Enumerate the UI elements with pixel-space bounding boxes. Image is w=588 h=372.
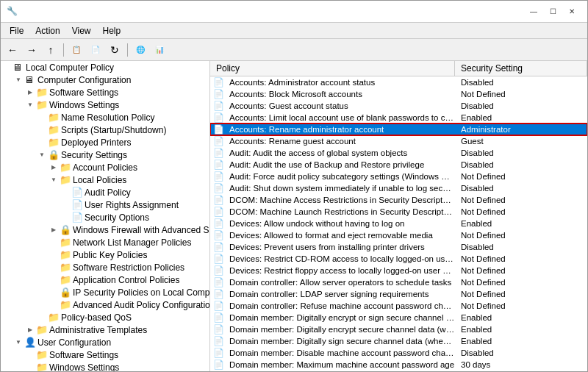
- list-row[interactable]: 📄Domain controller: Allow server operato…: [210, 276, 587, 288]
- tree-item-software-restriction[interactable]: 📁Software Restriction Policies: [1, 261, 209, 273]
- tree-item-local-policies[interactable]: ▼📁Local Policies: [1, 174, 209, 186]
- tree-expander[interactable]: ▶: [24, 89, 36, 96]
- list-row[interactable]: 📄Domain controller: Refuse machine accou…: [210, 300, 587, 312]
- tree-item-computer-configuration[interactable]: ▼🖥Computer Configuration: [1, 74, 209, 86]
- tree-item-advanced-audit[interactable]: 📁Advanced Audit Policy Configuration: [1, 298, 209, 311]
- menu-file[interactable]: File: [4, 24, 29, 37]
- title-bar: 🔧 — ☐ ✕: [1, 1, 587, 23]
- list-row[interactable]: 📄Audit: Audit the use of Backup and Rest…: [210, 159, 587, 171]
- list-row[interactable]: 📄Domain member: Digitally encrypt or sig…: [210, 312, 587, 323]
- row-policy-icon: 📄: [210, 77, 226, 87]
- list-row[interactable]: 📄Accounts: Block Microsoft accountsNot D…: [210, 88, 587, 100]
- list-row[interactable]: 📄Devices: Allowed to format and eject re…: [210, 229, 587, 241]
- tree-expander[interactable]: ▼: [12, 76, 24, 83]
- tree-expander[interactable]: ▶: [48, 164, 60, 171]
- tree-item-user-configuration[interactable]: ▼👤User Configuration: [1, 336, 209, 348]
- list-row[interactable]: 📄DCOM: Machine Access Restrictions in Se…: [210, 194, 587, 206]
- tree-item-account-policies[interactable]: ▶📁Account Policies: [1, 161, 209, 174]
- list-row[interactable]: 📄DCOM: Machine Launch Restrictions in Se…: [210, 206, 587, 218]
- tree-item-icon: 👤: [24, 337, 36, 348]
- row-setting-cell: Disabled: [458, 148, 587, 158]
- show-hide-button[interactable]: 📋: [68, 41, 85, 59]
- tree-item-policy-based-qos[interactable]: 📁Policy-based QoS: [1, 311, 209, 323]
- list-row[interactable]: 📄Domain member: Maximum machine account …: [210, 359, 587, 371]
- row-policy-icon: 📄: [210, 218, 226, 229]
- tree-item-security-options[interactable]: 📄Security Options: [1, 211, 209, 223]
- collapse-button[interactable]: 📊: [151, 41, 168, 59]
- row-policy-icon: 📄: [210, 171, 226, 182]
- tree-item-software-settings-comp[interactable]: ▶📁Software Settings: [1, 86, 209, 99]
- list-row[interactable]: 📄Accounts: Limit local account use of bl…: [210, 112, 587, 124]
- list-row[interactable]: 📄Accounts: Rename administrator accountA…: [210, 124, 587, 135]
- row-policy-cell: DCOM: Machine Access Restrictions in Sec…: [226, 195, 458, 205]
- row-policy-cell: Audit: Audit the access of global system…: [226, 148, 458, 158]
- list-row[interactable]: 📄Accounts: Guest account statusDisabled: [210, 100, 587, 112]
- tree-item-icon: 🔒: [60, 224, 71, 235]
- list-row[interactable]: 📄Accounts: Administrator account statusD…: [210, 76, 587, 88]
- up-button[interactable]: ↑: [42, 41, 60, 59]
- list-row[interactable]: 📄Audit: Force audit policy subcategory s…: [210, 171, 587, 182]
- menu-action[interactable]: Action: [29, 24, 65, 37]
- row-policy-icon: 📄: [210, 148, 226, 158]
- tree-item-icon: 📄: [71, 187, 83, 198]
- tree-item-scripts[interactable]: 📁Scripts (Startup/Shutdown): [1, 124, 209, 136]
- list-row[interactable]: 📄Domain member: Digitally encrypt secure…: [210, 323, 587, 335]
- tree-item-label: Software Restriction Policies: [73, 262, 184, 273]
- row-policy-icon: 📄: [210, 301, 226, 311]
- list-row[interactable]: 📄Accounts: Rename guest accountGuest: [210, 135, 587, 147]
- list-row[interactable]: 📄Devices: Prevent users from installing …: [210, 241, 587, 253]
- list-row[interactable]: 📄Domain member: Digitally sign secure ch…: [210, 335, 587, 347]
- tree-item-admin-templates-comp[interactable]: ▶📁Administrative Templates: [1, 323, 209, 336]
- tree-expander[interactable]: ▼: [12, 339, 24, 346]
- menu-help[interactable]: Help: [97, 24, 127, 37]
- tree-item-audit-policy[interactable]: 📄Audit Policy: [1, 186, 209, 198]
- row-policy-icon: 📄: [210, 360, 226, 370]
- tree-item-local-computer-policy[interactable]: 🖥Local Computer Policy: [1, 61, 209, 74]
- tree-item-windows-firewall[interactable]: ▶🔒Windows Firewall with Advanced Securit…: [1, 223, 209, 236]
- tree-item-public-key[interactable]: 📁Public Key Policies: [1, 248, 209, 261]
- row-policy-icon: 📄: [210, 136, 226, 146]
- tree-item-security-settings[interactable]: ▼🔒Security Settings: [1, 149, 209, 161]
- tree-item-label: Local Computer Policy: [26, 62, 114, 73]
- row-policy-icon: 📄: [210, 195, 226, 205]
- close-button[interactable]: ✕: [562, 4, 581, 19]
- tree-item-name-resolution[interactable]: 📁Name Resolution Policy: [1, 111, 209, 124]
- list-row[interactable]: 📄Audit: Audit the access of global syste…: [210, 147, 587, 159]
- expand-button[interactable]: 🌐: [132, 41, 149, 59]
- back-button[interactable]: ←: [4, 41, 21, 59]
- list-row[interactable]: 📄Audit: Shut down system immediately if …: [210, 182, 587, 194]
- tree-expander[interactable]: ▶: [24, 326, 36, 333]
- toolbar-separator-1: [63, 43, 64, 57]
- tree-item-network-list[interactable]: 📁Network List Manager Policies: [1, 236, 209, 248]
- tree-item-label: IP Security Policies on Local Computer: [73, 287, 210, 298]
- list-row[interactable]: 📄Devices: Restrict floppy access to loca…: [210, 265, 587, 276]
- maximize-button[interactable]: ☐: [543, 4, 562, 19]
- tree-expander[interactable]: ▼: [24, 101, 36, 108]
- tree-item-app-control[interactable]: 📁Application Control Policies: [1, 273, 209, 286]
- properties-button[interactable]: 📄: [87, 41, 104, 59]
- setting-column-header[interactable]: Security Setting: [455, 61, 587, 76]
- tree-item-user-rights[interactable]: 📄User Rights Assignment: [1, 198, 209, 211]
- tree-expander[interactable]: ▶: [48, 226, 60, 233]
- forward-button[interactable]: →: [23, 41, 40, 59]
- menu-view[interactable]: View: [66, 24, 97, 37]
- list-row[interactable]: 📄Domain controller: LDAP server signing …: [210, 288, 587, 300]
- row-setting-cell: Not Defined: [458, 289, 587, 299]
- tree-item-ip-security[interactable]: 🔒IP Security Policies on Local Computer: [1, 286, 209, 298]
- tree-expander[interactable]: ▼: [48, 176, 60, 183]
- list-row[interactable]: 📄Devices: Allow undock without having to…: [210, 218, 587, 229]
- row-setting-cell: Guest: [458, 136, 587, 146]
- minimize-button[interactable]: —: [524, 4, 543, 19]
- list-row[interactable]: 📄Domain member: Disable machine account …: [210, 347, 587, 359]
- tree-item-deployed-printers[interactable]: 📁Deployed Printers: [1, 136, 209, 149]
- list-row[interactable]: 📄Devices: Restrict CD-ROM access to loca…: [210, 253, 587, 265]
- tree-item-windows-settings-user[interactable]: 📁Windows Settings: [1, 361, 209, 371]
- tree-item-label: User Rights Assignment: [85, 200, 179, 210]
- refresh-button[interactable]: ↻: [106, 41, 123, 59]
- row-policy-icon: 📄: [210, 336, 226, 346]
- tree-expander[interactable]: ▼: [36, 151, 48, 158]
- tree-item-label: Security Options: [85, 212, 149, 223]
- policy-column-header[interactable]: Policy: [210, 61, 455, 76]
- tree-item-windows-settings[interactable]: ▼📁Windows Settings: [1, 99, 209, 111]
- tree-item-software-settings-user[interactable]: 📁Software Settings: [1, 348, 209, 361]
